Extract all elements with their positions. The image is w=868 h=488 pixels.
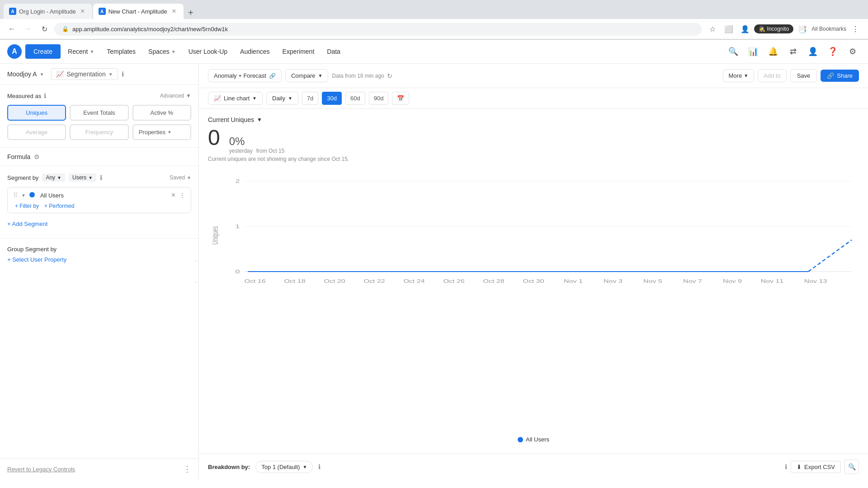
search-nav-icon[interactable]: 🔍 — [725, 43, 741, 60]
address-bar[interactable]: 🔒 app.amplitude.com/analytics/moodjoy2/c… — [54, 23, 702, 36]
breakdown-select-button[interactable]: Top 1 (Default) ▼ — [255, 461, 313, 473]
forward-button[interactable]: → — [22, 23, 34, 35]
collapse-panel-button[interactable]: ‹ — [195, 261, 199, 282]
compare-button[interactable]: Compare ▼ — [285, 69, 328, 82]
svg-text:Nov 13: Nov 13 — [804, 279, 827, 284]
measure-event-totals[interactable]: Event Totals — [70, 105, 128, 121]
nav-item-data[interactable]: Data — [321, 44, 346, 59]
chart-type-selector[interactable]: 📈 Segmentation ▼ — [51, 68, 118, 80]
revert-to-legacy-button[interactable]: Revert to Legacy Controls — [7, 466, 75, 473]
svg-text:Nov 7: Nov 7 — [683, 279, 702, 284]
back-button[interactable]: ← — [5, 23, 18, 35]
formula-icon[interactable]: ⚙ — [34, 153, 40, 160]
event-totals-label: Event Totals — [83, 109, 115, 116]
filter-by-button[interactable]: + Filter by — [15, 203, 39, 209]
measure-uniques[interactable]: Uniques — [7, 105, 66, 121]
chart-svg-container: Uniques 2 1 0 Oct 16 — [208, 168, 859, 432]
incognito-badge: 🕵 Incognito — [754, 24, 794, 33]
tab-close-2[interactable]: × — [170, 7, 178, 15]
nav-item-spaces[interactable]: Spaces ▼ — [143, 44, 181, 59]
nav-item-experiment[interactable]: Experiment — [277, 44, 320, 59]
from-label: from Oct 15 — [256, 148, 285, 154]
nav-item-templates[interactable]: Templates — [101, 44, 141, 59]
add-segment-button[interactable]: + Add Segment — [7, 217, 191, 231]
breakdown-right-info-icon[interactable]: ℹ — [785, 463, 787, 470]
panel-more-icon[interactable]: ⋮ — [183, 464, 191, 474]
advanced-button[interactable]: Advanced ▼ — [160, 93, 191, 99]
users-label: Users — [72, 174, 86, 181]
tab-new-chart[interactable]: A New Chart - Amplitude × — [93, 4, 184, 19]
tab-close-1[interactable]: × — [79, 7, 87, 15]
legend-item-all-users[interactable]: All Users — [518, 436, 549, 443]
segment-remove-icon[interactable]: × — [171, 191, 175, 199]
breakdown-label: Breakdown by: — [208, 464, 250, 470]
group-segment-section: Group Segment by + Select User Property — [0, 238, 198, 270]
measured-as-section: Measured as ℹ Advanced ▼ Uniques Event T… — [0, 85, 198, 148]
browser-menu-icon[interactable]: ⋮ — [848, 22, 863, 36]
segmentation-info-icon[interactable]: ℹ — [122, 70, 124, 78]
notification-icon[interactable]: 🔔 — [765, 43, 781, 60]
segment-more-icon[interactable]: ⋮ — [179, 192, 185, 199]
bookmark-star-icon[interactable]: ☆ — [705, 22, 720, 36]
breakdown-search-icon[interactable]: 🔍 — [844, 460, 859, 474]
share-button[interactable]: 🔗 Share — [821, 70, 859, 82]
current-uniques-selector[interactable]: Current Uniques ▼ — [208, 116, 262, 123]
sync-icon[interactable]: ⇄ — [785, 43, 801, 60]
more-chevron: ▼ — [744, 73, 748, 78]
measure-properties[interactable]: Properties ▼ — [132, 124, 191, 140]
workspace-selector[interactable]: Moodjoy A ▼ — [7, 70, 44, 78]
7d-button[interactable]: 7d — [302, 92, 318, 105]
breakdown-bar: Breakdown by: Top 1 (Default) ▼ ℹ ℹ ⬇ Ex… — [199, 454, 868, 479]
activity-icon[interactable]: 📊 — [745, 43, 761, 60]
segment-users-dropdown[interactable]: Users ▼ — [69, 174, 96, 182]
daily-button[interactable]: Daily ▼ — [266, 92, 298, 105]
anomaly-forecast-button[interactable]: Anomaly + Forecast 🔗 — [208, 69, 282, 82]
measure-active-pct[interactable]: Active % — [132, 105, 191, 121]
segment-name-input[interactable] — [40, 192, 168, 199]
save-button[interactable]: Save — [790, 69, 817, 82]
add-to-button[interactable]: Add to — [758, 69, 787, 82]
30d-button[interactable]: 30d — [322, 92, 342, 105]
active-pct-label: Active % — [151, 109, 174, 116]
measured-as-info-icon[interactable]: ℹ — [44, 92, 46, 99]
performed-button[interactable]: + Performed — [44, 203, 74, 209]
svg-text:Oct 22: Oct 22 — [363, 279, 385, 284]
drag-handle-icon[interactable]: ⠿ — [13, 192, 18, 199]
line-chart-label: Line chart — [224, 95, 250, 102]
svg-text:Nov 3: Nov 3 — [604, 279, 623, 284]
right-panel: Anomaly + Forecast 🔗 Compare ▼ Data from… — [199, 64, 868, 479]
nav-item-user-lookup[interactable]: User Look-Up — [183, 44, 233, 59]
bookmarks-icon[interactable]: 📑 — [795, 22, 810, 36]
person-icon[interactable]: 👤 — [805, 43, 821, 60]
metric-pct-value: 0% — [229, 135, 285, 148]
segment-expand-icon[interactable]: ▼ — [21, 193, 26, 198]
extension-icon[interactable]: ⬜ — [722, 22, 736, 36]
tab-org-login[interactable]: A Org Login - Amplitude × — [4, 4, 92, 19]
segment-info-icon[interactable]: ℹ — [100, 174, 102, 181]
tab-label-2: New Chart - Amplitude — [108, 8, 167, 15]
nav-item-audiences[interactable]: Audiences — [235, 44, 275, 59]
profile-icon[interactable]: 👤 — [738, 22, 752, 36]
nav-item-recent[interactable]: Recent ▼ — [62, 44, 99, 59]
spaces-label: Spaces — [148, 48, 170, 55]
export-csv-button[interactable]: ⬇ Export CSV — [791, 461, 841, 473]
breakdown-info-icon[interactable]: ℹ — [318, 463, 321, 470]
templates-label: Templates — [107, 48, 136, 55]
segment-saved-dropdown[interactable]: Saved ▼ — [170, 174, 191, 181]
60d-button[interactable]: 60d — [345, 92, 365, 105]
new-tab-button[interactable]: + — [184, 6, 197, 19]
90d-button[interactable]: 90d — [369, 92, 389, 105]
refresh-icon[interactable]: ↻ — [387, 72, 392, 80]
more-dropdown-button[interactable]: More ▼ — [723, 69, 755, 82]
reload-button[interactable]: ↻ — [38, 23, 51, 35]
segment-row-header-1: ⠿ ▼ × ⋮ — [13, 191, 185, 199]
calendar-button[interactable]: 📅 — [392, 92, 409, 105]
line-chart-button[interactable]: 📈 Line chart ▼ — [208, 92, 263, 105]
create-button[interactable]: Create — [25, 44, 61, 59]
settings-icon[interactable]: ⚙ — [844, 43, 861, 60]
nav-right-icons: 🔍 📊 🔔 ⇄ 👤 ❓ ⚙ — [725, 43, 861, 60]
help-icon[interactable]: ❓ — [825, 43, 841, 60]
select-user-property-button[interactable]: + Select User Property — [7, 256, 191, 263]
measure-frequency: Frequency — [70, 124, 128, 140]
segment-any-dropdown[interactable]: Any ▼ — [42, 174, 65, 182]
